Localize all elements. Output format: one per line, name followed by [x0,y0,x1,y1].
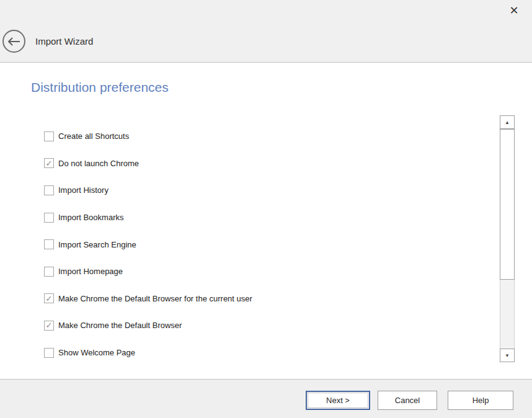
scroll-up-icon: ▲ [505,120,510,125]
checkbox-label[interactable]: Import Search Engine [58,240,136,249]
scrollbar-thumb[interactable] [500,129,515,280]
next-button[interactable]: Next > [306,391,370,410]
preferences-list: Create all Shortcuts✓Do not launch Chrom… [44,123,484,366]
checkbox-row: Show Welcome Page [44,339,484,367]
checkbox-label[interactable]: Import Homepage [58,267,123,276]
checkbox-row: Import History [44,177,484,204]
checkbox-checked[interactable]: ✓ [44,158,54,168]
scroll-down-icon: ▼ [505,353,510,358]
checkbox-unchecked[interactable] [44,348,54,358]
checkbox-label[interactable]: Do not launch Chrome [58,159,139,168]
checkbox-checked[interactable]: ✓ [44,293,54,303]
checkbox-label[interactable]: Import History [58,185,109,195]
vertical-scrollbar[interactable]: ▲ ▼ [500,115,515,362]
checkbox-label[interactable]: Make Chrome the Default Browser [58,321,182,330]
checkbox-unchecked[interactable] [44,267,54,277]
wizard-footer: Next > Cancel Help [0,379,532,418]
left-arrow-icon [7,37,21,46]
checkbox-row: Import Homepage [44,258,484,285]
checkbox-label[interactable]: Create all Shortcuts [58,131,129,141]
checkbox-unchecked[interactable] [44,185,54,195]
checkbox-row: Create all Shortcuts [44,123,484,150]
help-button[interactable]: Help [448,391,513,410]
checkbox-row: ✓Make Chrome the Default Browser [44,312,484,339]
back-button[interactable] [2,30,25,53]
checkbox-label[interactable]: Import Bookmarks [58,213,123,222]
scroll-up-button[interactable]: ▲ [500,115,515,129]
wizard-title: Import Wizard [35,36,93,47]
checkbox-unchecked[interactable] [44,213,54,223]
checkbox-unchecked[interactable] [44,239,54,249]
wizard-header: ✕ Import Wizard [0,0,532,63]
scroll-down-button[interactable]: ▼ [500,349,515,362]
checkbox-row: Import Bookmarks [44,204,484,231]
checkbox-label[interactable]: Make Chrome the Default Browser for the … [58,294,252,303]
checkbox-unchecked[interactable] [44,131,54,141]
checkbox-label[interactable]: Show Welcome Page [58,348,135,357]
checkbox-row: Import Search Engine [44,231,484,258]
close-icon[interactable]: ✕ [506,2,522,19]
checkbox-checked[interactable]: ✓ [44,321,54,331]
page-title: Distribution preferences [31,80,169,95]
cancel-button[interactable]: Cancel [378,391,437,410]
checkbox-row: ✓Make Chrome the Default Browser for the… [44,285,484,313]
checkbox-row: ✓Do not launch Chrome [44,150,484,177]
